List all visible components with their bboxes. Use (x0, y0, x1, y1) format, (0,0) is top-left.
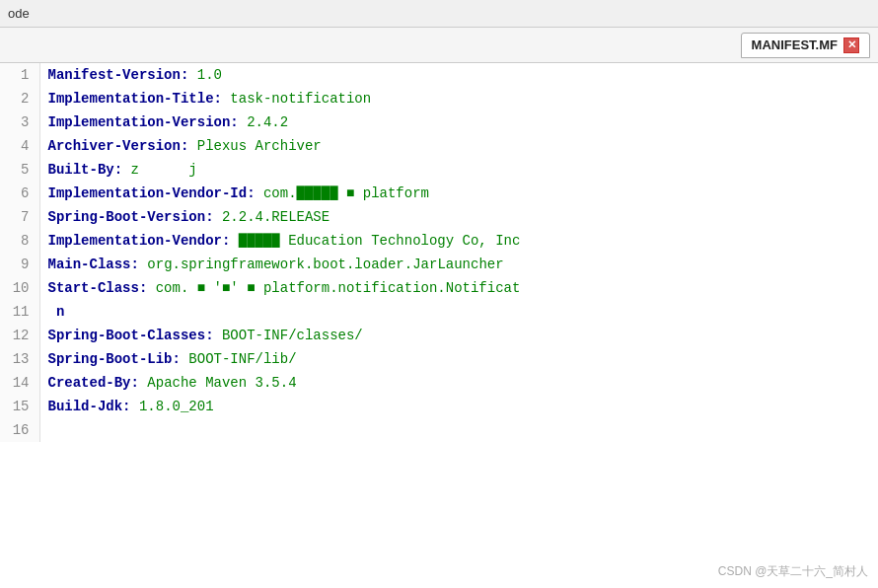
line-content: Implementation-Vendor-Id: com.█████ ■ pl… (39, 182, 878, 205)
title-text: ode (8, 6, 30, 21)
manifest-key: Spring-Boot-Lib: (48, 351, 189, 367)
line-number: 1 (0, 63, 39, 87)
editor-area: 1Manifest-Version: 1.02Implementation-Ti… (0, 63, 878, 588)
line-number: 4 (0, 134, 39, 158)
manifest-key: Created-By: (48, 375, 148, 391)
table-row: 4Archiver-Version: Plexus Archiver (0, 134, 878, 158)
line-number: 13 (0, 347, 39, 371)
manifest-value: com. ■ '■' ■ platform.notification.Notif… (156, 280, 521, 296)
line-number: 6 (0, 182, 39, 205)
manifest-value: 2.2.4.RELEASE (222, 209, 329, 225)
manifest-value: Plexus Archiver (197, 138, 322, 154)
line-number: 8 (0, 229, 39, 253)
manifest-key: Implementation-Vendor: (48, 233, 239, 249)
table-row: 13Spring-Boot-Lib: BOOT-INF/lib/ (0, 347, 878, 371)
manifest-key: Implementation-Title: (48, 91, 231, 107)
line-content: Start-Class: com. ■ '■' ■ platform.notif… (39, 276, 878, 300)
line-content (39, 418, 878, 442)
manifest-value: task-notification (230, 91, 371, 107)
table-row: 2Implementation-Title: task-notification (0, 87, 878, 110)
manifest-key: Main-Class: (48, 257, 148, 272)
line-number: 14 (0, 371, 39, 395)
line-number: 9 (0, 253, 39, 276)
line-content: Implementation-Vendor: █████ Education T… (39, 229, 878, 253)
tab-bar: MANIFEST.MF ✕ (0, 28, 878, 63)
manifest-value: BOOT-INF/lib/ (188, 351, 296, 367)
line-content: n (39, 300, 878, 324)
manifest-key: Spring-Boot-Version: (48, 209, 222, 225)
table-row: 1Manifest-Version: 1.0 (0, 63, 878, 87)
table-row: 6Implementation-Vendor-Id: com.█████ ■ p… (0, 182, 878, 205)
manifest-value: 2.4.2 (247, 114, 288, 130)
manifest-value: Apache Maven 3.5.4 (147, 375, 296, 391)
table-row: 16 (0, 418, 878, 442)
line-content: Build-Jdk: 1.8.0_201 (39, 395, 878, 418)
line-number: 10 (0, 276, 39, 300)
manifest-key: Archiver-Version: (48, 138, 197, 154)
tab-close-button[interactable]: ✕ (843, 37, 859, 53)
title-bar: ode (0, 0, 878, 28)
line-number: 7 (0, 205, 39, 229)
line-number: 2 (0, 87, 39, 110)
line-content: Spring-Boot-Version: 2.2.4.RELEASE (39, 205, 878, 229)
manifest-value: 1.0 (197, 67, 222, 83)
manifest-key: Build-Jdk: (48, 399, 139, 414)
line-content: Created-By: Apache Maven 3.5.4 (39, 371, 878, 395)
manifest-value: com.█████ ■ platform (263, 185, 429, 201)
manifest-key: Implementation-Version: (48, 114, 248, 130)
line-content: Manifest-Version: 1.0 (39, 63, 878, 87)
table-row: 8Implementation-Vendor: █████ Education … (0, 229, 878, 253)
line-number: 15 (0, 395, 39, 418)
manifest-key: Manifest-Version: (48, 67, 197, 83)
manifest-value: 1.8.0_201 (139, 399, 214, 414)
line-number: 16 (0, 418, 39, 442)
line-number: 11 (0, 300, 39, 324)
line-number: 3 (0, 110, 39, 134)
tab-label: MANIFEST.MF (752, 37, 838, 52)
table-row: 15Build-Jdk: 1.8.0_201 (0, 395, 878, 418)
manifest-key: Implementation-Vendor-Id: (48, 185, 263, 201)
manifest-value: org.springframework.boot.loader.JarLaunc… (147, 257, 503, 272)
table-row: 11 n (0, 300, 878, 324)
line-number: 12 (0, 324, 39, 347)
line-content: Implementation-Title: task-notification (39, 87, 878, 110)
manifest-value: █████ Education Technology Co, Inc (239, 233, 521, 249)
manifest-value: BOOT-INF/classes/ (222, 328, 363, 343)
watermark: CSDN @天草二十六_简村人 (718, 563, 868, 580)
line-content: Spring-Boot-Lib: BOOT-INF/lib/ (39, 347, 878, 371)
table-row: 9Main-Class: org.springframework.boot.lo… (0, 253, 878, 276)
table-row: 7Spring-Boot-Version: 2.2.4.RELEASE (0, 205, 878, 229)
table-row: 3Implementation-Version: 2.4.2 (0, 110, 878, 134)
line-content: Implementation-Version: 2.4.2 (39, 110, 878, 134)
table-row: 10Start-Class: com. ■ '■' ■ platform.not… (0, 276, 878, 300)
table-row: 14Created-By: Apache Maven 3.5.4 (0, 371, 878, 395)
manifest-key: Start-Class: (48, 280, 156, 296)
manifest-value: z​ j (131, 162, 197, 178)
line-content: Built-By: z​ j (39, 158, 878, 182)
line-content: Archiver-Version: Plexus Archiver (39, 134, 878, 158)
line-content: Main-Class: org.springframework.boot.loa… (39, 253, 878, 276)
manifest-key: Built-By: (48, 162, 131, 178)
table-row: 5Built-By: z​ j (0, 158, 878, 182)
code-table: 1Manifest-Version: 1.02Implementation-Ti… (0, 63, 878, 442)
manifest-key: Spring-Boot-Classes: (48, 328, 222, 343)
line-content: Spring-Boot-Classes: BOOT-INF/classes/ (39, 324, 878, 347)
manifest-tab[interactable]: MANIFEST.MF ✕ (741, 33, 870, 58)
line-number: 5 (0, 158, 39, 182)
table-row: 12Spring-Boot-Classes: BOOT-INF/classes/ (0, 324, 878, 347)
